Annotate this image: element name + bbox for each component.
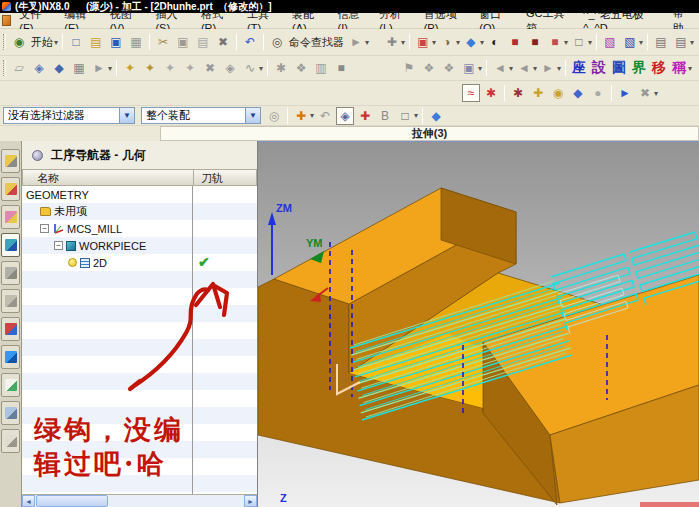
navigator-pin-icon[interactable] — [32, 150, 43, 161]
grid-icon[interactable]: ▦ — [70, 59, 88, 77]
start-button[interactable]: ◉ — [10, 33, 28, 51]
cut-icon[interactable]: ✂ — [154, 33, 172, 51]
new-file-icon[interactable]: □ — [67, 33, 85, 51]
dropdown-arrow-icon[interactable]: ▾ — [557, 64, 561, 73]
copy-icon[interactable]: ▣ — [174, 33, 192, 51]
postprocess-icon[interactable]: ✱ — [509, 84, 527, 102]
command-finder-button[interactable]: ◎ — [268, 33, 286, 51]
dropdown-arrow-icon[interactable]: ▾ — [432, 38, 436, 47]
edit-toolpath-icon[interactable]: ✦ — [141, 59, 159, 77]
command-finder-button-label[interactable]: 命令查找器 — [289, 35, 344, 50]
selection-filter-dropdown[interactable]: 没有选择过滤器 ▼ — [3, 107, 135, 124]
generate-toolpath-icon[interactable]: ✦ — [121, 59, 139, 77]
fit-view-icon[interactable]: ▣ — [414, 33, 432, 51]
point-crosshair-icon[interactable]: ✚ — [292, 107, 310, 125]
selection-filter-arrow-icon[interactable]: ▼ — [119, 108, 134, 123]
selection-pointer-icon[interactable]: ► — [347, 33, 365, 51]
assembly-navigator-tab[interactable] — [1, 149, 20, 173]
dropdown-arrow-icon[interactable]: ▾ — [310, 111, 314, 120]
edit-object-icon[interactable]: ▱ — [10, 59, 28, 77]
dropdown-arrow-icon[interactable]: ▾ — [690, 38, 694, 47]
graphics-viewport[interactable]: ZM YM Z — [258, 141, 699, 507]
copy-toolpath-icon[interactable]: ✦ — [181, 59, 199, 77]
internet-explorer-tab[interactable] — [1, 345, 20, 369]
dropdown-arrow-icon[interactable]: ▾ — [588, 38, 592, 47]
tree-row-2d[interactable]: 2D✔ — [22, 254, 257, 271]
macro-jie-button[interactable]: 界 — [630, 59, 648, 77]
reset-orient-icon[interactable]: ↶ — [316, 107, 334, 125]
dropdown-arrow-icon[interactable]: ▾ — [509, 64, 513, 73]
isometric-cube-icon[interactable]: ◆ — [462, 33, 480, 51]
tree-row-geometry[interactable]: GEOMETRY — [22, 186, 257, 203]
context-help-icon[interactable]: ✚ — [383, 33, 401, 51]
info-toolpath-icon[interactable]: ◈ — [221, 59, 239, 77]
pointer2-icon[interactable]: ► — [90, 59, 108, 77]
details-tab[interactable] — [1, 429, 20, 453]
reuse-library-tab[interactable] — [1, 317, 20, 341]
hand2-icon[interactable]: ❖ — [440, 59, 458, 77]
dropdown-arrow-icon[interactable]: ▾ — [456, 38, 460, 47]
operation-navigator-tab[interactable] — [1, 233, 20, 257]
open-folder-icon[interactable]: ▤ — [87, 33, 105, 51]
layout-icon[interactable]: ▤ — [672, 33, 690, 51]
start-button-label[interactable]: 开始 — [31, 35, 53, 50]
dropdown-arrow-icon[interactable]: ▾ — [259, 64, 263, 73]
create-tool-icon[interactable]: ✚ — [529, 84, 547, 102]
dropdown-arrow-icon[interactable]: ▾ — [108, 64, 112, 73]
assembly-cube-icon[interactable]: ◆ — [427, 107, 445, 125]
background-pane-icon[interactable]: □ — [570, 33, 588, 51]
machine-sim-icon[interactable]: ► — [616, 84, 634, 102]
macro-yi-button[interactable]: 移 — [650, 59, 668, 77]
undo-icon[interactable]: ↶ — [241, 33, 259, 51]
split-window-icon[interactable]: ▧ — [621, 33, 639, 51]
verify-toolpath-icon[interactable]: ✱ — [482, 84, 500, 102]
dropdown-arrow-icon[interactable]: ▾ — [639, 38, 643, 47]
macro-zuo-button[interactable]: 座 — [570, 59, 588, 77]
toolbar-grip[interactable] — [3, 34, 6, 50]
midpoint-snap-icon[interactable]: ✚ — [356, 107, 374, 125]
create-operation-icon[interactable]: ◉ — [549, 84, 567, 102]
tool1-icon[interactable]: ✱ — [272, 59, 290, 77]
orient-view-icon[interactable]: ◑ — [438, 33, 456, 51]
dropdown-arrow-icon[interactable]: ▾ — [654, 89, 658, 98]
machining-feature-navigator-tab[interactable] — [1, 261, 20, 285]
tool3-icon[interactable]: ▥ — [312, 59, 330, 77]
tree-row-workpiece[interactable]: −WORKPIECE — [22, 237, 257, 254]
simulate1-icon[interactable]: ◄ — [491, 59, 509, 77]
curve-icon[interactable]: ∿ — [241, 59, 259, 77]
dropdown-arrow-icon[interactable]: ▾ — [365, 38, 369, 47]
shaded-view-icon[interactable]: ◐ — [486, 33, 504, 51]
snap-binocular-icon[interactable]: ◎ — [265, 107, 283, 125]
simulate3-icon[interactable]: ► — [539, 59, 557, 77]
column-name[interactable]: 名称 — [37, 171, 59, 186]
show-hide-icon[interactable]: ◈ — [30, 59, 48, 77]
history-tab[interactable] — [1, 401, 20, 425]
simulate2-icon[interactable]: ◄ — [515, 59, 533, 77]
paste-icon[interactable]: ▤ — [194, 33, 212, 51]
macro-cheng-button[interactable]: 稱 — [670, 59, 688, 77]
b-snap-icon[interactable]: B — [376, 107, 394, 125]
scrollbar-thumb[interactable] — [36, 495, 108, 507]
tool2-icon[interactable]: ❖ — [292, 59, 310, 77]
show-toolpath-icon[interactable]: ≈ — [462, 84, 480, 102]
dropdown-arrow-icon[interactable]: ▾ — [688, 64, 692, 73]
move-object-icon[interactable]: ◆ — [50, 59, 68, 77]
tool-gears-tab[interactable] — [1, 289, 20, 313]
scroll-right-icon[interactable]: ► — [244, 495, 257, 507]
expander-icon[interactable]: − — [40, 224, 49, 233]
delete-setup-icon[interactable]: ✖ — [636, 84, 654, 102]
dropdown-arrow-icon[interactable]: ▾ — [401, 38, 405, 47]
snap-point-icon[interactable]: ◈ — [336, 107, 354, 125]
expander-icon[interactable]: − — [54, 241, 63, 250]
save-icon[interactable]: ▣ — [107, 33, 125, 51]
column-toolpath[interactable]: 刀轨 — [201, 171, 223, 186]
dropdown-arrow-icon[interactable]: ▾ — [480, 38, 484, 47]
scroll-left-icon[interactable]: ◄ — [22, 495, 35, 507]
document-tab[interactable] — [1, 373, 20, 397]
tree-row-mcs_mill[interactable]: −MCS_MILL — [22, 220, 257, 237]
sheet-icon[interactable]: ▤ — [652, 33, 670, 51]
part-navigator-tab[interactable] — [1, 205, 20, 229]
create-geometry-icon[interactable]: ◆ — [569, 84, 587, 102]
view-style1-icon[interactable]: ■ — [506, 33, 524, 51]
dropdown-arrow-icon[interactable]: ▾ — [533, 64, 537, 73]
